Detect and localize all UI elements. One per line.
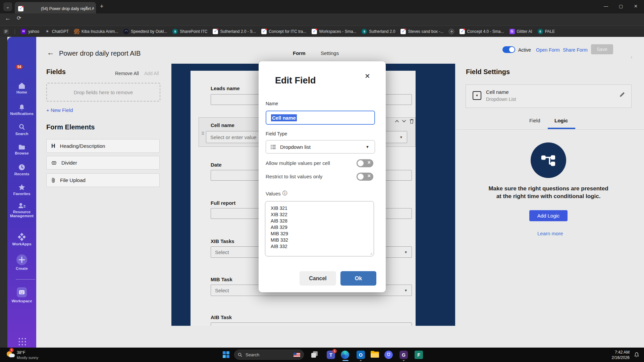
ok-button[interactable]: Ok	[340, 271, 376, 286]
tab-close-icon[interactable]: ×	[85, 5, 88, 10]
move-down-icon[interactable]	[402, 120, 406, 123]
taskbar-time[interactable]: 7:42 AM	[615, 350, 630, 355]
taskbar-search[interactable]: Search	[234, 350, 304, 360]
window-minimize-icon[interactable]: —	[604, 4, 608, 9]
bookmark-item[interactable]: ✉yahoo	[21, 29, 39, 34]
tab-form[interactable]: Form	[293, 50, 306, 56]
heading-icon: H	[51, 143, 55, 149]
multi-values-toggle[interactable]	[357, 159, 373, 167]
sidebar-item-favorites[interactable]: Favorites	[7, 184, 36, 196]
element-heading-description[interactable]: H Heading/Description	[46, 139, 160, 153]
tab-logic[interactable]: Logic	[554, 118, 568, 123]
restrict-values-toggle[interactable]	[357, 173, 373, 181]
bookmark-item[interactable]: ✳ChatGPT	[45, 29, 69, 34]
bookmark-item[interactable]: Workspaces - Sma...	[312, 29, 356, 34]
discord-icon[interactable]: ᗜ	[384, 351, 393, 359]
bookmark-item[interactable]: GGlitter AI	[509, 29, 532, 34]
modal-title: Edit Field	[275, 75, 316, 86]
plus-circle-icon	[16, 254, 28, 265]
tab-settings[interactable]: Settings	[321, 50, 339, 56]
move-up-icon[interactable]	[395, 120, 399, 123]
bookmark-item[interactable]: sSutherland 2.0	[362, 29, 395, 34]
browser-tab-bar: ⌄ (54) Power drop daily report AIB - × +…	[0, 0, 644, 13]
modal-close-icon[interactable]: ✕	[365, 72, 370, 80]
bookmark-item[interactable]: sSharePoint ITC	[172, 29, 207, 34]
new-field-button[interactable]: + New Field	[46, 107, 73, 113]
trash-icon[interactable]	[410, 119, 414, 124]
edit-pencil-icon[interactable]	[619, 92, 625, 98]
sidebar-item-notifications[interactable]: Notifications	[7, 104, 36, 116]
weather-icon[interactable]: 1	[6, 349, 15, 359]
form-active-toggle[interactable]	[502, 46, 515, 53]
share-form-link[interactable]: Share Form	[563, 47, 588, 53]
bookmark-item[interactable]: sPALE	[538, 29, 555, 34]
reading-list-icon[interactable]	[3, 29, 9, 34]
values-textarea[interactable]: XIB 321 XIB 322 AIB 328 AIB 329 MIB 329 …	[265, 201, 374, 256]
sidebar-item-resource-management[interactable]: Resource Management	[7, 203, 36, 218]
sidebar-item-home[interactable]: Home	[7, 82, 36, 94]
field-settings-title: Field Settings	[466, 68, 510, 76]
search-icon	[238, 353, 242, 357]
edge-icon[interactable]	[341, 351, 349, 359]
chatgpt-icon: ✳	[45, 29, 50, 34]
learn-more-link[interactable]: Learn more	[537, 231, 563, 236]
info-icon[interactable]: ⓘ	[282, 190, 287, 196]
outlook-icon[interactable]: O	[357, 351, 365, 359]
resize-handle[interactable]	[370, 252, 373, 255]
window-maximize-icon[interactable]: ▢	[619, 4, 623, 9]
value-line: XIB 321	[271, 205, 374, 212]
element-divider[interactable]: Divider	[46, 156, 160, 170]
tab-field[interactable]: Field	[529, 118, 540, 123]
browser-tab[interactable]: (54) Power drop daily report AIB - ×	[15, 2, 96, 13]
sidebar-item-search[interactable]: Search	[7, 123, 36, 136]
home-icon	[18, 82, 25, 89]
cancel-button[interactable]: Cancel	[300, 271, 336, 286]
add-all-button[interactable]: Add All	[144, 71, 159, 76]
new-tab-icon[interactable]: +	[100, 3, 104, 10]
add-logic-button[interactable]: Add Logic	[529, 210, 568, 221]
sidebar-item-create[interactable]: Create	[7, 254, 36, 270]
apps-grid-icon[interactable]	[18, 337, 26, 346]
bookmark-item[interactable]: Kiba Inuzuka Anim...	[74, 29, 118, 34]
sidebar-item-recents[interactable]: Recents	[7, 164, 36, 176]
sidebar-item-workapps[interactable]: WorkApps	[7, 233, 36, 246]
name-input[interactable]: Cell name	[266, 111, 375, 125]
field-type-dropdown[interactable]: Dropdown list ▼	[266, 140, 375, 154]
refresh-icon[interactable]: ⟳	[17, 15, 21, 21]
smartsheet-favicon	[460, 29, 465, 34]
bookmark-item[interactable]: Steves sand box -...	[400, 29, 443, 34]
file-explorer-icon[interactable]	[371, 351, 379, 359]
divider-icon	[51, 161, 57, 165]
bookmark-item[interactable]: ◠Speedtest by Ookl...	[123, 29, 167, 34]
forms-icon[interactable]: F	[415, 351, 423, 359]
tab-search-chevron-icon[interactable]: ⌄	[3, 2, 12, 11]
task-view-icon[interactable]	[311, 351, 318, 358]
active-label: Active	[518, 47, 531, 53]
sidebar-item-workspace[interactable]: Workspace	[7, 287, 36, 303]
element-file-upload[interactable]: File Upload	[46, 173, 160, 187]
smartsheet-sidebar: Home Notifications Search Browse Recents…	[7, 37, 36, 348]
taskbar-date[interactable]: 2/16/2026	[612, 355, 630, 360]
bookmark-item[interactable]: Concept for ITC tra...	[261, 29, 306, 34]
teams-badge: 1	[332, 349, 337, 353]
back-arrow-icon[interactable]: ←	[47, 48, 54, 57]
bookmark-item[interactable]: Sutherland 2.0 - S...	[213, 29, 256, 34]
sidebar-item-browse[interactable]: Browse	[7, 144, 36, 155]
teams-icon[interactable]: T 1	[327, 351, 335, 359]
conditional-logic-illustration	[531, 142, 566, 178]
aib-task-input[interactable]	[211, 322, 412, 326]
glitter-app-icon[interactable]: G	[399, 351, 408, 359]
drop-zone[interactable]: Drop fields here to remove	[46, 83, 160, 102]
bookmark-item[interactable]: ⊕	[449, 29, 454, 34]
window-close-icon[interactable]: ✕	[634, 4, 638, 9]
remove-all-button[interactable]: Remove All	[115, 71, 139, 76]
back-icon[interactable]: ←	[5, 15, 11, 22]
folder-icon	[18, 144, 25, 150]
field-settings-card[interactable]: ▼ Cell name Dropdown List	[466, 84, 632, 108]
drag-handle-icon[interactable]: ⠿	[201, 131, 205, 136]
notification-bell-icon[interactable]: z	[634, 352, 639, 358]
bookmark-item[interactable]: Concept 4.0 - Sma...	[460, 29, 504, 34]
save-button[interactable]: Save	[591, 44, 613, 54]
value-line: MIB 332	[271, 237, 374, 243]
open-form-link[interactable]: Open Form	[536, 47, 560, 53]
